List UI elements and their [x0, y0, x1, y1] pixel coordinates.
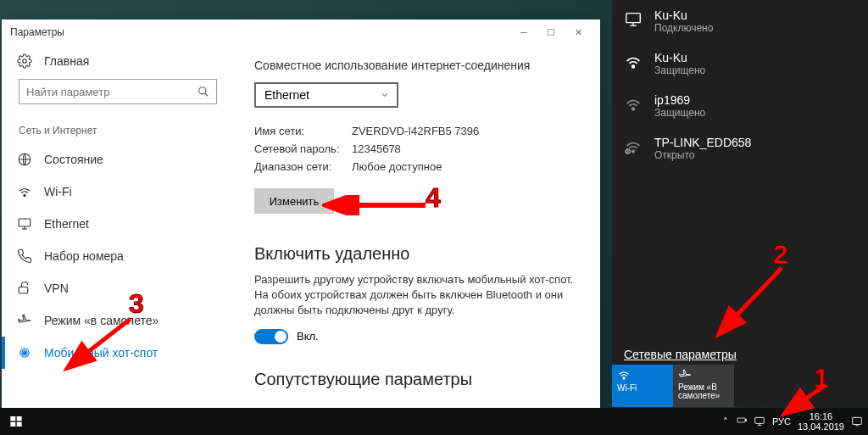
network-item-wifi[interactable]: ip1969Защищено: [612, 85, 868, 127]
sharing-title: Совместное использование интернет-соедин…: [254, 59, 580, 72]
chevron-down-icon: [380, 90, 390, 100]
svg-rect-23: [737, 418, 745, 422]
password-value: 12345678: [352, 142, 401, 155]
name-label: Имя сети:: [254, 125, 352, 137]
annotation-3: 3: [129, 288, 144, 320]
action-center-icon[interactable]: [851, 415, 863, 427]
globe-icon: [17, 152, 32, 167]
svg-rect-10: [626, 14, 641, 23]
nav-status[interactable]: Состояние: [2, 143, 234, 176]
wifi-icon: [617, 368, 631, 382]
tray-chevron-icon[interactable]: ˄: [723, 416, 728, 427]
vpn-icon: [17, 281, 32, 296]
category-header: Сеть и Интернет: [2, 109, 234, 143]
svg-point-14: [632, 108, 635, 110]
sidebar: Главная Сеть и Интернет Состояние Wi-Fi …: [2, 45, 234, 418]
network-status: Подключено: [654, 22, 856, 34]
search-input[interactable]: [26, 86, 198, 98]
wifi-icon: [624, 95, 643, 114]
annotation-2: 2: [773, 239, 788, 270]
hotspot-icon: [17, 345, 32, 360]
nav-dialup[interactable]: Набор номера: [2, 240, 234, 272]
network-status: Открыто: [654, 149, 856, 161]
svg-text:!: !: [627, 149, 628, 153]
taskbar: ˄ РУС 16:16 13.04.2019: [0, 408, 868, 435]
wifi-tile[interactable]: Wi-Fi: [612, 365, 673, 407]
network-item-ethernet[interactable]: Ku-KuПодключено: [612, 0, 868, 42]
ethernet-icon: [17, 216, 32, 231]
content-pane: Совместное использование интернет-соедин…: [234, 45, 600, 418]
network-item-wifi-open[interactable]: ! TP-LINK_EDD658Открыто: [612, 127, 868, 170]
svg-point-18: [623, 377, 625, 379]
search-box[interactable]: [19, 79, 217, 104]
battery-icon[interactable]: [735, 415, 747, 427]
window-title: Параметры: [10, 26, 510, 38]
password-label: Сетевой пароль:: [254, 142, 352, 155]
network-name: ip1969: [654, 93, 856, 107]
close-button[interactable]: ✕: [565, 22, 592, 42]
svg-rect-25: [755, 417, 765, 423]
svg-line-2: [205, 93, 209, 97]
time: 16:16: [798, 411, 844, 421]
network-settings-link[interactable]: Сетевые параметры: [624, 348, 737, 361]
remote-title: Включить удаленно: [254, 244, 580, 264]
airplane-icon: [678, 368, 692, 382]
svg-rect-28: [853, 417, 862, 424]
svg-point-1: [199, 87, 206, 94]
clock[interactable]: 16:16 13.04.2019: [798, 411, 844, 432]
network-flyout: Ku-KuПодключено Ku-KuЗащищено ip1969Защи…: [612, 0, 868, 407]
home-nav[interactable]: Главная: [2, 45, 234, 79]
tile-label: Режим «В самолете»: [678, 383, 729, 400]
network-name: Ku-Ku: [654, 8, 856, 22]
network-status: Защищено: [654, 64, 856, 76]
network-item-wifi[interactable]: Ku-KuЗащищено: [612, 42, 868, 85]
start-button[interactable]: [2, 408, 31, 435]
toggle-label: Вкл.: [297, 330, 319, 343]
svg-point-15: [632, 150, 635, 153]
lang-indicator[interactable]: РУС: [772, 416, 791, 427]
wifi-icon: [624, 53, 643, 71]
svg-rect-21: [10, 422, 15, 427]
gear-icon: [17, 53, 32, 69]
airplane-tile[interactable]: Режим «В самолете»: [673, 365, 734, 407]
svg-rect-19: [10, 416, 15, 421]
svg-point-9: [24, 352, 26, 354]
network-name: Ku-Ku: [654, 51, 856, 64]
search-icon: [198, 86, 209, 98]
network-status: Защищено: [654, 107, 856, 119]
maximize-button[interactable]: ☐: [537, 22, 565, 42]
svg-rect-20: [17, 416, 22, 421]
date: 13.04.2019: [798, 421, 844, 432]
remote-toggle[interactable]: [254, 329, 288, 344]
airplane-icon: [17, 313, 32, 328]
nav-label: Мобильный хот-спот: [44, 346, 158, 360]
nav-wifi[interactable]: Wi-Fi: [2, 176, 234, 208]
nav-airplane[interactable]: Режим «в самолете»: [2, 304, 234, 337]
nav-label: Ethernet: [44, 217, 89, 231]
nav-vpn[interactable]: VPN: [2, 272, 234, 304]
svg-rect-22: [17, 422, 22, 427]
svg-rect-8: [19, 287, 28, 294]
nav-label: Wi-Fi: [44, 185, 72, 198]
remote-desc: Разрешить другому устройству включать мо…: [254, 272, 580, 319]
nav-ethernet[interactable]: Ethernet: [2, 208, 234, 240]
settings-window: Параметры ─ ☐ ✕ Главная Сеть и Интернет: [2, 20, 600, 418]
name-value: ZVERDVD-I42RFB5 7396: [352, 125, 479, 137]
ethernet-icon: [624, 10, 643, 29]
wifi-open-icon: !: [624, 137, 643, 156]
titlebar: Параметры ─ ☐ ✕: [2, 20, 600, 45]
sharing-dropdown[interactable]: Ethernet: [254, 82, 398, 108]
nav-label: Набор номера: [44, 249, 124, 263]
svg-point-13: [632, 65, 635, 68]
minimize-button[interactable]: ─: [510, 22, 537, 42]
band-label: Диапазон сети:: [254, 160, 352, 173]
dropdown-value: Ethernet: [264, 88, 309, 102]
home-label: Главная: [44, 54, 89, 68]
phone-icon: [17, 248, 32, 264]
edit-button[interactable]: Изменить: [254, 188, 334, 214]
wifi-icon: [17, 184, 32, 199]
network-tray-icon[interactable]: [754, 415, 765, 427]
annotation-1: 1: [814, 363, 829, 394]
network-name: TP-LINK_EDD658: [654, 136, 856, 149]
nav-hotspot[interactable]: Мобильный хот-спот: [2, 337, 234, 369]
